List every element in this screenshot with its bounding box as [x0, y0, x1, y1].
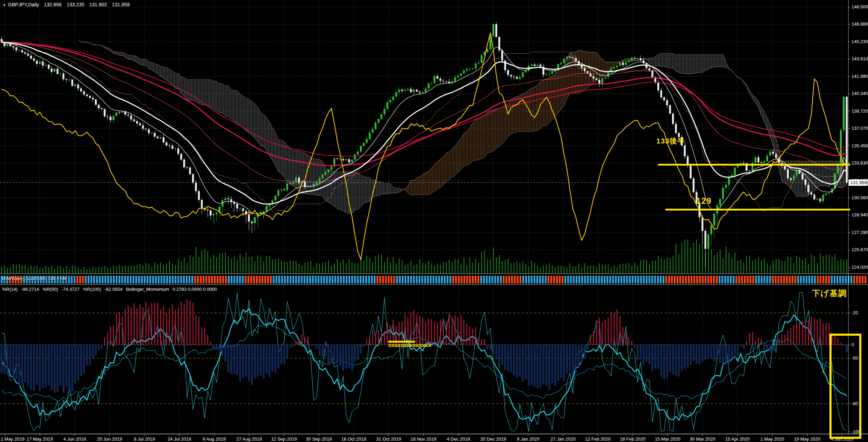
bollinger-momentum-values: 0.2783 0.0000 0.0000 [172, 287, 217, 292]
wpr50-label: %R(50) [42, 287, 58, 292]
time-axis-label: 15 Apr 2020 [725, 436, 750, 442]
time-axis-label: 30 Mar 2020 [690, 436, 716, 442]
ohlc-open: 132.856 [44, 2, 62, 7]
price-axis-label: 127.290 [852, 230, 868, 235]
wpr14-value: -99.2714 [21, 287, 39, 292]
time-axis-label: 31 Oct 2019 [376, 436, 401, 442]
price-axis-label: 133.830 [852, 160, 868, 166]
current-price-value: 131.959 [850, 180, 867, 185]
wpr100-value: -62.0554 [104, 287, 122, 292]
time-axis-label: 20 Jun 2019 [97, 436, 122, 442]
time-axis-label: 27 Jan 2020 [550, 436, 576, 442]
chain-row: ✕✕✕✕✕✕✕✕✕✕✕✕✕✕ [388, 343, 430, 348]
chart-title-bar: ▼ GBPJPY,Daily 132.856 133.235 131.902 1… [3, 2, 130, 7]
mt4-chart-window: { "title": { "dropdown_icon": "triangle-… [0, 0, 868, 442]
time-axis-label: 1 May 2019 [1, 436, 25, 442]
ribbon-value: 136.4766 [48, 276, 67, 281]
ribbon-name: DowWave_ALLLTIME [2, 276, 46, 281]
oscillator-axis-label: -20 [852, 310, 858, 315]
symbol-dropdown[interactable]: ▼ GBPJPY,Daily [3, 2, 39, 7]
time-axis-label: 17 May 2019 [27, 436, 53, 442]
resistance-line[interactable] [658, 164, 850, 166]
price-axis-label: 128.940 [852, 212, 868, 217]
price-axis-label: 135.450 [852, 143, 868, 148]
ohlc-close: 131.959 [112, 2, 130, 7]
symbol-timeframe-label: GBPJPY,Daily [8, 2, 39, 7]
time-axis-label: 4 Jun 2019 [63, 436, 86, 442]
ohlc-low: 131.902 [89, 2, 107, 7]
price-axis-label: 141.990 [852, 74, 868, 79]
triangle-down-icon: ▼ [3, 4, 6, 7]
price-axis-label: 148.500 [852, 4, 868, 9]
wpr100-label: %R(100) [83, 287, 101, 292]
time-axis-label: 4 Dec 2019 [447, 436, 470, 442]
time-axis-label: 28 Feb 2020 [620, 436, 645, 442]
support-line[interactable] [665, 209, 850, 210]
resistance-annotation[interactable]: 133後半 [656, 136, 685, 146]
highlight-rectangle[interactable] [829, 334, 861, 439]
price-axis-label: 137.070 [852, 126, 868, 131]
time-axis-label: 8 Jul 2019 [134, 436, 155, 442]
ribbon-indicator-label: DowWave_ALLLTIME 136.4766 [2, 276, 67, 281]
price-axis-label: 143.610 [852, 56, 868, 61]
time-axis-label: 1 May 2020 [760, 436, 784, 442]
chain-marker-annotation[interactable]: ●●●●●●●●●●●●●● ✕✕✕✕✕✕✕✕✕✕✕✕✕✕ [388, 339, 430, 348]
price-axis-label: 146.880 [852, 21, 868, 27]
price-axis-label: 130.560 [852, 195, 868, 200]
price-axis-label: 145.230 [852, 39, 868, 44]
time-axis-label: 30 Sep 2019 [306, 436, 332, 442]
oscillator-labels: %R(14) -99.2714 %R(50) -74.3727 %R(100) … [2, 287, 217, 292]
time-axis-label: 19 May 2020 [794, 436, 820, 442]
dowwave-ribbon [1, 276, 866, 283]
time-axis-label: 20 Dec 2019 [480, 436, 506, 442]
chart-canvas[interactable]: 148.500146.880145.230143.610141.990140.3… [0, 0, 868, 442]
time-axis-label: 15 Mar 2020 [655, 436, 680, 442]
wpr50-value: -74.3727 [61, 287, 79, 292]
wpr14-label: %R(14) [2, 287, 18, 292]
time-axis-label: 27 Aug 2019 [236, 436, 262, 442]
price-axis-label: 138.720 [852, 108, 868, 114]
time-axis-label: 9 Jan 2020 [517, 436, 539, 442]
time-axis-label: 12 Feb 2020 [585, 436, 611, 442]
downtrend-annotation[interactable]: 下げ基調 [812, 288, 847, 299]
time-axis-label: 12 Sep 2019 [271, 436, 297, 442]
time-axis-label: 18 Nov 2019 [411, 436, 436, 442]
price-axis-label: 140.340 [852, 91, 868, 96]
time-axis-label: 9 Aug 2019 [203, 436, 226, 442]
ohlc-high: 133.235 [67, 2, 84, 7]
time-axis-label: 24 Jul 2019 [168, 436, 191, 442]
time-axis-label: 16 Oct 2019 [341, 436, 366, 442]
bollinger-momentum-label: Bollinger_Momentum [126, 287, 169, 292]
support-annotation[interactable]: 129 [696, 196, 712, 206]
price-axis-label: 124.020 [852, 264, 868, 270]
price-axis-label: 125.670 [852, 247, 868, 252]
